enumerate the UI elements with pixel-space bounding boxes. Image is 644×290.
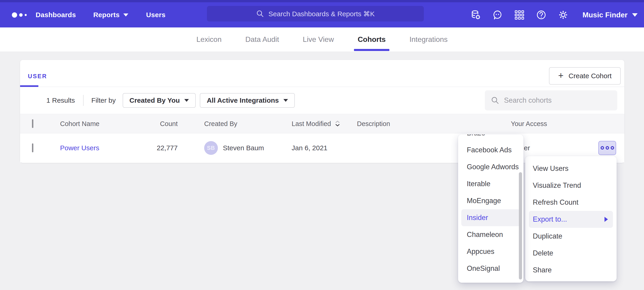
menu-item-visualize-trend[interactable]: Visualize Trend [525, 177, 616, 194]
menu-item-appcues[interactable]: Appcues [458, 243, 524, 260]
search-icon [256, 10, 264, 18]
cohort-search-input[interactable] [504, 96, 604, 104]
global-search-input[interactable]: Search Dashboards & Reports ⌘K [207, 6, 424, 22]
menu-item-chameleon[interactable]: Chameleon [458, 226, 524, 243]
feedback-bubble-icon[interactable] [492, 10, 503, 20]
chevron-down-icon [284, 99, 288, 102]
access-cell: er [524, 144, 530, 152]
tab-live-view[interactable]: Live View [302, 28, 335, 51]
tab-lexicon[interactable]: Lexicon [195, 28, 223, 51]
menu-item-onesignal[interactable]: OneSignal [458, 260, 524, 277]
search-icon [491, 96, 500, 105]
row-actions-menu: View Users Visualize Trend Refresh Count… [525, 156, 616, 281]
chevron-down-icon [632, 13, 638, 17]
cohorts-panel: USER + Create Cohort 1 Results Filter by… [20, 60, 624, 163]
more-options-icon [611, 146, 614, 150]
nav-dashboards[interactable]: Dashboards [36, 11, 76, 19]
integrations-filter-dropdown[interactable]: All Active Integrations [200, 93, 295, 108]
menu-item-share[interactable]: Share [525, 262, 616, 278]
results-count: 1 Results [46, 96, 75, 104]
tab-integrations[interactable]: Integrations [408, 28, 449, 51]
menu-item-insider[interactable]: Insider [461, 209, 520, 226]
menu-item-moengage[interactable]: MoEngage [458, 192, 524, 209]
menu-scrollbar[interactable] [519, 172, 522, 279]
menu-item-iterable[interactable]: Iterable [458, 175, 524, 192]
menu-item-braze[interactable]: Braze [458, 134, 524, 141]
top-navbar: Dashboards Reports Users Search Dashboar… [0, 0, 644, 28]
tab-user-cohorts[interactable]: USER [20, 73, 55, 87]
menu-item-view-users[interactable]: View Users [525, 160, 616, 177]
avatar: SB [204, 141, 218, 155]
sort-icon[interactable] [334, 120, 341, 127]
divider [83, 95, 84, 106]
brand-logo-icon[interactable] [12, 12, 33, 18]
filter-by-label: Filter by [91, 96, 116, 104]
last-modified-cell: Jan 6, 2021 [292, 144, 328, 152]
col-your-access[interactable]: Your Access [511, 120, 547, 127]
more-options-icon [600, 146, 604, 150]
chevron-down-icon [184, 99, 189, 102]
col-count[interactable]: Count [141, 120, 178, 127]
cohort-search-box[interactable] [485, 90, 617, 110]
apps-grid-icon[interactable] [514, 10, 524, 20]
created-by-cell: SB Steven Baum [204, 141, 264, 155]
menu-item-google-adwords[interactable]: Google Adwords [458, 159, 524, 175]
section-tabbar: Lexicon Data Audit Live View Cohorts Int… [0, 28, 644, 51]
filter-toolbar: 1 Results Filter by Created By You All A… [20, 87, 624, 114]
cohort-count: 22,777 [141, 144, 178, 152]
col-cohort-name[interactable]: Cohort Name [60, 120, 99, 127]
more-options-icon [606, 146, 609, 150]
nav-users[interactable]: Users [146, 11, 166, 19]
help-icon[interactable] [536, 10, 546, 20]
project-switcher[interactable]: Music Finder [582, 11, 638, 19]
cohorts-page: Dashboards Reports Users Search Dashboar… [0, 0, 644, 290]
settings-gear-icon[interactable] [558, 10, 568, 20]
plus-icon: + [558, 71, 564, 80]
row-checkbox[interactable] [32, 143, 33, 152]
col-last-modified[interactable]: Last Modified [292, 120, 341, 127]
menu-item-duplicate[interactable]: Duplicate [525, 228, 616, 245]
table-header: Cohort Name Count Created By Last Modifi… [20, 114, 624, 133]
row-actions-button[interactable] [598, 141, 616, 155]
menu-item-refresh-count[interactable]: Refresh Count [525, 194, 616, 211]
export-destinations-menu: Braze Facebook Ads Google Adwords Iterab… [458, 134, 524, 283]
data-management-icon[interactable] [470, 10, 481, 20]
create-cohort-button[interactable]: + Create Cohort [549, 67, 621, 85]
tab-cohorts[interactable]: Cohorts [356, 28, 387, 51]
submenu-arrow-icon [604, 217, 608, 222]
created-by-filter-dropdown[interactable]: Created By You [123, 93, 196, 108]
menu-item-delete[interactable]: Delete [525, 245, 616, 262]
cohort-name-link[interactable]: Power Users [60, 144, 99, 152]
global-search-placeholder: Search Dashboards & Reports ⌘K [268, 10, 374, 18]
menu-item-facebook-ads[interactable]: Facebook Ads [458, 141, 524, 159]
select-all-checkbox[interactable] [32, 119, 33, 128]
chevron-down-icon [123, 14, 128, 17]
created-by-name: Steven Baum [223, 144, 264, 152]
nav-reports[interactable]: Reports [93, 11, 128, 19]
col-description[interactable]: Description [357, 120, 390, 127]
col-created-by[interactable]: Created By [204, 120, 237, 127]
tab-data-audit[interactable]: Data Audit [244, 28, 280, 51]
panel-header: USER + Create Cohort [20, 60, 624, 87]
menu-item-export-to[interactable]: Export to... [529, 211, 613, 228]
